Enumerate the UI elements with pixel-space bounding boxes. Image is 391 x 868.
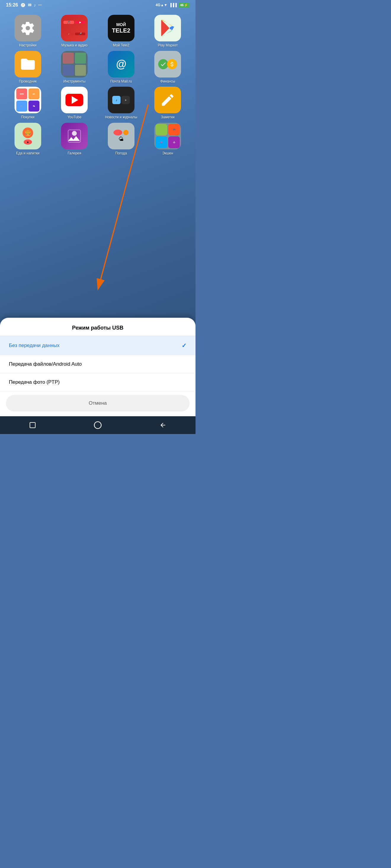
tiktok-icon: ♪ [34, 3, 36, 7]
clock-icon: 🕐 [21, 3, 26, 7]
food-icon: 🍔 ● [15, 123, 41, 149]
music-label: Музыка и аудио [61, 43, 87, 48]
youtube-icon [61, 87, 88, 113]
option-photo-transfer[interactable]: Передача фото (PTP) [0, 373, 196, 392]
cancel-button[interactable]: Отмена [6, 395, 190, 411]
app-tele2[interactable]: МОЙ TELE2 Мой Tele2 [99, 15, 143, 48]
app-food[interactable]: 🍔 ● Еда и напитки [6, 123, 50, 156]
settings-label: Настройки [19, 43, 36, 48]
app-tools[interactable]: Инструменты [53, 51, 96, 84]
app-files[interactable]: Проводник [6, 51, 50, 84]
action-label: Экшен [162, 151, 173, 156]
weather-icon: 🌤 [108, 123, 135, 149]
app-action[interactable]: 🎮 👾 🕹 Экшен [146, 123, 190, 156]
svg-rect-3 [30, 423, 35, 428]
files-label: Проводник [19, 79, 37, 84]
gallery-icon [61, 123, 88, 149]
weather-label: Погода [115, 151, 127, 156]
status-bar: 15:26 🕐 ✉ ♪ ··· 4G▲▼ ▐▐▐ 46 ⚡ [0, 0, 196, 9]
status-right: 4G▲▼ ▐▐▐ 46 ⚡ [156, 3, 190, 8]
tools-icon [61, 51, 88, 78]
usb-mode-sheet: Режим работы USB Без передачи данных ✓ П… [0, 318, 196, 416]
action-icon: 🎮 👾 🕹 [154, 123, 181, 149]
playmarket-icon [154, 15, 181, 41]
option-file-transfer[interactable]: Передача файлов/Android Auto [0, 355, 196, 373]
svg-point-4 [94, 422, 101, 428]
nav-back-button[interactable] [159, 421, 167, 429]
finance-icon [154, 51, 181, 78]
wifi-signal-icon: ▐▐▐ [169, 3, 177, 7]
more-icon: ··· [38, 3, 42, 7]
food-label: Еда и напитки [16, 151, 39, 156]
message-icon: ✉ [28, 3, 31, 7]
checkmark-icon: ✓ [181, 342, 187, 349]
playmarket-label: Play Маркет [158, 43, 178, 48]
mail-label: Почта Mail.ru [110, 79, 132, 84]
nav-home-button[interactable] [93, 421, 102, 429]
app-gallery[interactable]: Галерея [53, 123, 96, 156]
notes-icon [154, 87, 181, 113]
status-left: 15:26 🕐 ✉ ♪ ··· [6, 2, 42, 8]
signal-icon: 4G▲▼ [156, 3, 167, 7]
svg-point-0 [72, 131, 77, 135]
notes-label: Заметки [161, 115, 174, 120]
files-icon [15, 51, 41, 78]
app-settings[interactable]: Настройки [6, 15, 50, 48]
news-label: Новости и журналы [105, 115, 137, 120]
youtube-label: YouTube [67, 115, 81, 120]
app-mail[interactable]: @ Почта Mail.ru [99, 51, 143, 84]
option-no-transfer[interactable]: Без передачи данных ✓ [0, 336, 196, 355]
mail-icon: @ [108, 51, 135, 78]
news-icon: ♪ + [108, 87, 135, 113]
app-youtube[interactable]: YouTube [53, 87, 96, 120]
tools-label: Инструменты [63, 79, 86, 84]
app-notes[interactable]: Заметки [146, 87, 190, 120]
tele2-label: Мой Tele2 [113, 43, 130, 48]
app-playmarket[interactable]: Play Маркет [146, 15, 190, 48]
settings-icon [15, 15, 41, 41]
music-icon: 🎵 ▶ ♪ 🎤 [61, 15, 88, 41]
app-shopping[interactable]: WB ali 🛒 🛍 Покупки [6, 87, 50, 120]
app-music[interactable]: 🎵 ▶ ♪ 🎤 Музыка и аудио [53, 15, 96, 48]
app-finance[interactable]: Финансы [146, 51, 190, 84]
cancel-label: Отмена [89, 400, 107, 406]
sheet-title: Режим работы USB [0, 318, 196, 336]
shopping-icon: WB ali 🛒 🛍 [15, 87, 41, 113]
gallery-label: Галерея [67, 151, 81, 156]
tele2-icon: МОЙ TELE2 [108, 15, 135, 41]
no-transfer-label: Без передачи данных [9, 343, 59, 348]
app-weather[interactable]: 🌤 Погода [99, 123, 143, 156]
finance-label: Финансы [160, 79, 175, 84]
nav-recents-button[interactable] [28, 421, 37, 429]
file-transfer-label: Передача файлов/Android Auto [9, 361, 82, 367]
status-time: 15:26 [6, 2, 18, 8]
app-grid: Настройки 🎵 ▶ ♪ 🎤 Музыка и аудио МОЙ TEL… [0, 9, 196, 159]
battery-icon: 46 ⚡ [178, 3, 190, 8]
app-news[interactable]: ♪ + Новости и журналы [99, 87, 143, 120]
shopping-label: Покупки [21, 115, 34, 120]
nav-bar [0, 416, 196, 434]
photo-transfer-label: Передача фото (PTP) [9, 379, 59, 385]
